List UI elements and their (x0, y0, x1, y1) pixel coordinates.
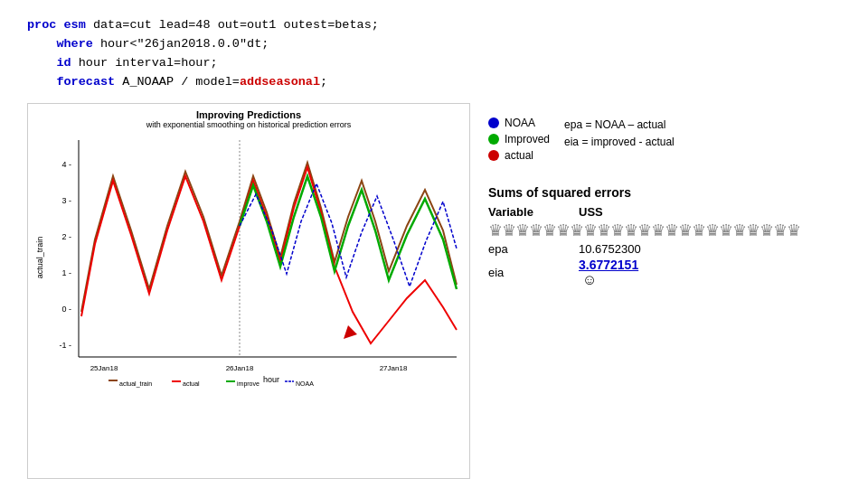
svg-text:actual_train: actual_train (35, 236, 44, 278)
sums-table: Variable USS ♛♛♛♛♛♛♛♛♛♛♛♛♛♛♛♛♛♛♛♛♛♛♛ epa… (488, 205, 841, 288)
chart-subtitle: with exponential smoothing on historical… (28, 120, 469, 129)
svg-text:actual: actual (183, 380, 200, 387)
legend-item-improved: Improved (488, 133, 550, 145)
noaa-dot (488, 117, 499, 128)
svg-text:1 -: 1 - (61, 268, 71, 277)
code-line3: id hour interval=hour; (27, 54, 841, 73)
eia-label: eia (488, 266, 552, 279)
svg-text:26Jan18: 26Jan18 (226, 364, 254, 372)
svg-text:NOAA: NOAA (296, 380, 314, 387)
improved-dot (488, 134, 499, 145)
chart-svg: 4 - 3 - 2 - 1 - 0 - -1 - actual_train 25… (32, 131, 466, 393)
eia-value: 3.6772151 ☺ (579, 258, 660, 288)
col-variable: Variable (488, 205, 552, 219)
sums-title: Sums of squared errors (488, 185, 841, 200)
code-line2: where hour<"26jan2018.0.0"dt; (27, 35, 841, 54)
svg-text:improve: improve (237, 380, 259, 388)
svg-text:actual_train: actual_train (119, 380, 152, 388)
svg-text:0 -: 0 - (61, 305, 71, 314)
legend-item-noaa: NOAA (488, 117, 550, 129)
epa-label: epa (488, 242, 552, 256)
svg-text:-1 -: -1 - (60, 341, 72, 350)
chart-title: Improving Predictions (28, 109, 469, 120)
note1: epa = NOAA – actual (564, 117, 675, 134)
legend-block: NOAA Improved actual (488, 117, 550, 162)
actual-dot (488, 150, 499, 161)
code-line4: forecast A_NOAAP / model=addseasonal; (27, 73, 841, 92)
crown-row: ♛♛♛♛♛♛♛♛♛♛♛♛♛♛♛♛♛♛♛♛♛♛♛ (488, 221, 841, 240)
svg-text:25Jan18: 25Jan18 (90, 364, 118, 372)
col-uss: USS (579, 205, 660, 219)
svg-text:3 -: 3 - (61, 196, 71, 205)
sums-section: Sums of squared errors Variable USS ♛♛♛♛… (488, 176, 841, 290)
epa-value: 10.6752300 (579, 242, 660, 256)
note2: eia = improved - actual (564, 134, 675, 151)
svg-text:27Jan18: 27Jan18 (380, 364, 408, 372)
svg-marker-22 (344, 325, 357, 339)
table-header: Variable USS (488, 205, 841, 219)
chart-area: Improving Predictions with exponential s… (27, 103, 470, 479)
svg-text:2 -: 2 - (61, 232, 71, 241)
smiley-icon: ☺ (582, 272, 597, 287)
svg-text:4 -: 4 - (61, 160, 71, 169)
epa-row: epa 10.6752300 (488, 242, 841, 256)
right-panel: NOAA Improved actual epa = NOAA – actual… (488, 103, 841, 479)
svg-rect-14 (108, 380, 118, 381)
code-line1: proc esmproc esm data=cut lead=48 out=ou… (27, 16, 841, 35)
legend-item-actual: actual (488, 149, 550, 162)
svg-text:hour: hour (263, 375, 279, 384)
eia-row: eia 3.6772151 ☺ (488, 258, 841, 288)
legend-notes: epa = NOAA – actual eia = improved - act… (564, 117, 675, 151)
code-block: proc esmproc esm data=cut lead=48 out=ou… (27, 16, 841, 92)
